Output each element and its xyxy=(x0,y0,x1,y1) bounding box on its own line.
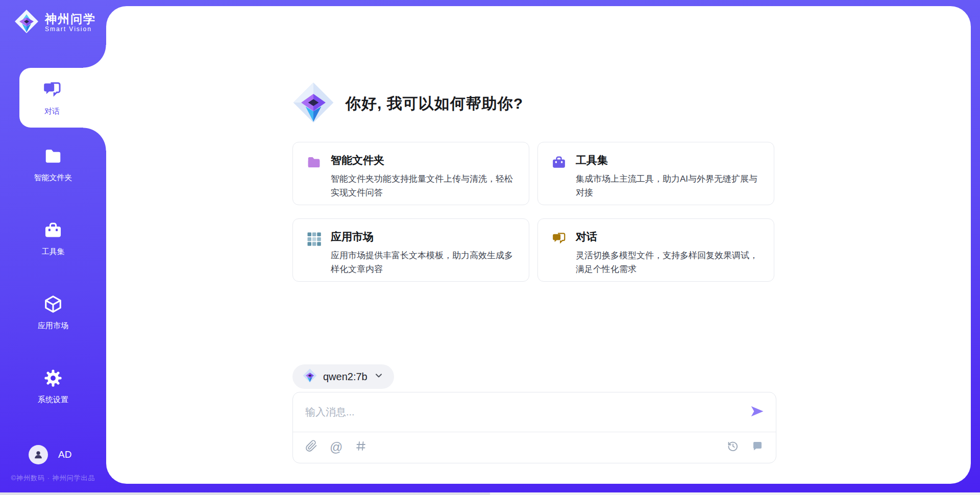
sidebar-item-label: 应用市场 xyxy=(38,321,68,331)
sidebar-item-app-market[interactable]: 应用市场 xyxy=(0,276,106,350)
gem-diamond-icon xyxy=(292,82,334,126)
model-name: qwen2:7b xyxy=(323,371,368,383)
card-desc: 灵活切换多模型文件，支持多样回复效果调试，满足个性化需求 xyxy=(576,249,761,276)
card-desc: 应用市场提供丰富长文本模板，助力高效生成多样化文章内容 xyxy=(331,249,516,276)
send-button[interactable] xyxy=(749,404,765,419)
brand-name: 神州问学 xyxy=(45,12,96,26)
sidebar-nav: 智能文件夹 工具集 应用市场 xyxy=(0,128,106,424)
composer-toolbar: @ xyxy=(293,431,776,463)
card-title: 应用市场 xyxy=(331,230,516,244)
app-logo: 神州问学 Smart Vision xyxy=(14,9,96,36)
card-desc: 集成市场上主流工具，助力AI与外界无缝扩展与对接 xyxy=(576,172,761,200)
gear-icon xyxy=(43,368,63,390)
chat-icon xyxy=(551,231,567,270)
sidebar-item-toolset[interactable]: 工具集 xyxy=(0,202,106,276)
chat-icon xyxy=(42,80,62,102)
model-selector[interactable]: qwen2:7b xyxy=(292,364,394,389)
history-button[interactable] xyxy=(727,440,739,454)
main-panel: 你好, 我可以如何帮助你? 智能文件夹 智能文件夹功能支持批量文件上传与清洗，轻… xyxy=(106,6,971,484)
sidebar-item-label: 系统设置 xyxy=(38,395,68,405)
feature-cards: 智能文件夹 智能文件夹功能支持批量文件上传与清洗，轻松实现文件问答 工具集 集成… xyxy=(292,142,774,282)
sidebar-item-settings[interactable]: 系统设置 xyxy=(0,350,106,424)
mention-button[interactable]: @ xyxy=(330,441,342,454)
attach-file-button[interactable] xyxy=(305,440,317,454)
brand-subtitle: Smart Vision xyxy=(45,26,96,33)
sidebar-item-label: 智能文件夹 xyxy=(34,173,72,183)
chat-square-icon xyxy=(751,440,764,454)
scrollbar-thumb[interactable] xyxy=(0,492,490,495)
folder-icon xyxy=(306,155,322,194)
card-title: 对话 xyxy=(576,230,761,244)
card-chat[interactable]: 对话 灵活切换多模型文件，支持多样回复效果调试，满足个性化需求 xyxy=(537,218,774,282)
card-app-market[interactable]: 应用市场 应用市场提供丰富长文本模板，助力高效生成多样化文章内容 xyxy=(292,218,529,282)
topic-button[interactable] xyxy=(355,440,367,454)
toolbox-icon xyxy=(43,220,63,242)
feedback-button[interactable] xyxy=(751,440,764,454)
sidebar-item-chat[interactable]: 对话 xyxy=(19,68,106,128)
folder-icon xyxy=(43,146,63,168)
message-composer: @ xyxy=(292,392,776,463)
paperclip-icon xyxy=(305,440,317,454)
history-icon xyxy=(727,440,739,454)
greeting-block: 你好, 我可以如何帮助你? xyxy=(292,82,523,126)
sidebar-item-label: 工具集 xyxy=(42,247,65,257)
active-tab-curve-top xyxy=(83,45,106,68)
message-input[interactable] xyxy=(293,392,740,432)
hash-icon xyxy=(355,440,367,454)
chevron-down-icon xyxy=(374,370,384,383)
card-desc: 智能文件夹功能支持批量文件上传与清洗，轻松实现文件问答 xyxy=(331,172,516,200)
user-name: AD xyxy=(58,449,71,460)
toolbox-icon xyxy=(551,155,567,194)
card-toolset[interactable]: 工具集 集成市场上主流工具，助力AI与外界无缝扩展与对接 xyxy=(537,142,774,205)
copyright-text: ©神州数码 · 神州问学出品 xyxy=(0,474,106,483)
sidebar-item-label: 对话 xyxy=(44,107,60,116)
horizontal-scrollbar[interactable] xyxy=(0,492,980,495)
card-title: 智能文件夹 xyxy=(331,153,516,167)
avatar xyxy=(29,445,48,464)
card-title: 工具集 xyxy=(576,153,761,167)
gem-diamond-icon xyxy=(303,368,317,385)
sidebar-item-smart-folder[interactable]: 智能文件夹 xyxy=(0,128,106,202)
card-smart-folder[interactable]: 智能文件夹 智能文件夹功能支持批量文件上传与清洗，轻松实现文件问答 xyxy=(292,142,529,205)
user-account[interactable]: AD xyxy=(29,445,71,464)
apps-grid-icon xyxy=(306,231,322,270)
gem-diamond-icon xyxy=(14,9,39,36)
greeting-title: 你好, 我可以如何帮助你? xyxy=(346,93,523,114)
at-icon: @ xyxy=(330,441,342,454)
cube-icon xyxy=(43,294,63,316)
